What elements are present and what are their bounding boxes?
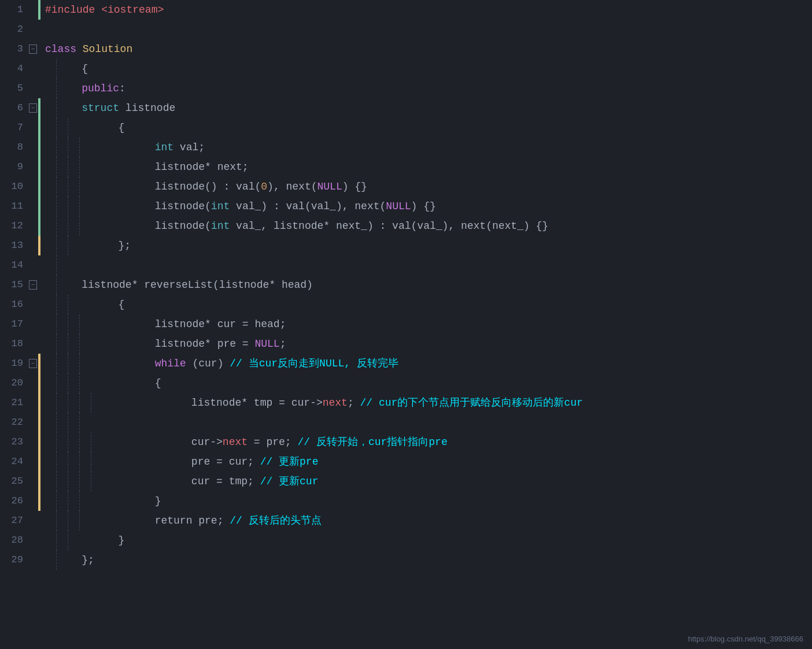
gutter [29, 491, 38, 511]
token: listnode [82, 279, 131, 291]
token: * cur = head; [205, 318, 286, 330]
indent-guide [68, 314, 80, 334]
table-row: 15− listnode* reverseList(listnode* head… [0, 275, 583, 295]
code-text: { [68, 118, 124, 138]
line-number: 27 [0, 511, 29, 531]
gutter [29, 0, 38, 20]
indent-guide [80, 393, 91, 413]
indent-guides [45, 255, 57, 275]
indent-guide [68, 393, 80, 413]
token: NULL [386, 201, 411, 212]
indent-guide [68, 432, 80, 452]
code-text: }; [57, 550, 94, 570]
token: struct [82, 102, 126, 114]
indent-guide [45, 118, 57, 138]
indent-guides [45, 157, 80, 177]
token: val; [180, 142, 205, 153]
indent-guides [45, 177, 80, 196]
indent-guide [57, 118, 68, 138]
indent-guides [45, 354, 80, 373]
indent-guide [45, 432, 57, 452]
token: ( [205, 201, 211, 212]
indent-guide [45, 255, 57, 275]
gutter [29, 79, 38, 98]
indent-guide [57, 452, 68, 472]
table-row: 28 } [0, 531, 583, 550]
table-row: 27 return pre; // 反转后的头节点 [0, 511, 583, 531]
table-row: 7 { [0, 118, 583, 138]
bars [38, 39, 45, 59]
indent-guide [45, 354, 57, 373]
table-row: 19− while (cur) // 当cur反向走到NULL, 反转完毕 [0, 354, 583, 373]
table-row: 6− struct listnode [0, 98, 583, 118]
token: return pre; [155, 515, 230, 526]
table-row: 16 { [0, 295, 583, 314]
gutter [29, 314, 38, 334]
table-row: 17 listnode* cur = head; [0, 314, 583, 334]
token: val_, listnode* next_) : val(val_), next… [236, 220, 548, 232]
indent-guides [45, 531, 68, 550]
code-text: { [80, 373, 161, 393]
table-row: 26 } [0, 491, 583, 511]
token: int [211, 220, 236, 232]
gutter [29, 118, 38, 138]
table-row: 13 }; [0, 236, 583, 255]
indent-guide [68, 354, 80, 373]
indent-guide [57, 511, 68, 531]
token: ( [205, 220, 211, 232]
indent-guide [68, 491, 80, 511]
indent-guide [57, 196, 68, 216]
code-text: listnode(int val_, listnode* next_) : va… [80, 216, 548, 236]
indent-guide [57, 432, 68, 452]
bars [38, 59, 45, 79]
token: listnode [155, 201, 205, 212]
token: ) {} [411, 201, 436, 212]
gutter [29, 413, 38, 432]
code-text: struct listnode [57, 98, 175, 118]
indent-guides [45, 452, 91, 472]
bars [38, 373, 45, 393]
indent-guide [57, 472, 68, 491]
code-text: int val; [80, 138, 205, 157]
indent-guide [80, 472, 91, 491]
gutter [29, 472, 38, 491]
indent-guide [57, 177, 68, 196]
table-row: 12 listnode(int val_, listnode* next_) :… [0, 216, 583, 236]
color-bar [43, 20, 45, 39]
fold-button[interactable]: − [29, 280, 37, 290]
indent-guide [45, 138, 57, 157]
bars [38, 79, 45, 98]
fold-button[interactable]: − [29, 44, 37, 54]
indent-guide [45, 511, 57, 531]
gutter [29, 295, 38, 314]
indent-guide [45, 177, 57, 196]
indent-guides [45, 236, 68, 255]
indent-guides [45, 393, 91, 413]
table-row: 2 [0, 20, 583, 39]
indent-guide [57, 373, 68, 393]
bars [38, 20, 45, 39]
indent-guides [45, 59, 57, 79]
code-text: public: [57, 79, 126, 98]
indent-guide [45, 59, 57, 79]
bars [38, 236, 45, 255]
bars [38, 491, 45, 511]
gutter [29, 236, 38, 255]
line-number: 21 [0, 393, 29, 413]
code-text: listnode* next; [80, 157, 249, 177]
fold-button[interactable]: − [29, 103, 37, 113]
indent-guide [68, 472, 80, 491]
table-row: 1#include <iostream> [0, 0, 583, 20]
token: 0 [261, 181, 267, 192]
line-number: 19 [0, 354, 29, 373]
indent-guide [45, 216, 57, 236]
line-number: 24 [0, 452, 29, 472]
token: : [119, 83, 126, 94]
indent-guide [68, 138, 80, 157]
token: * tmp = cur [241, 397, 310, 409]
indent-guide [68, 334, 80, 354]
token: int [155, 142, 180, 153]
fold-button[interactable]: − [29, 359, 37, 368]
line-number: 25 [0, 472, 29, 491]
indent-guide [45, 275, 57, 295]
